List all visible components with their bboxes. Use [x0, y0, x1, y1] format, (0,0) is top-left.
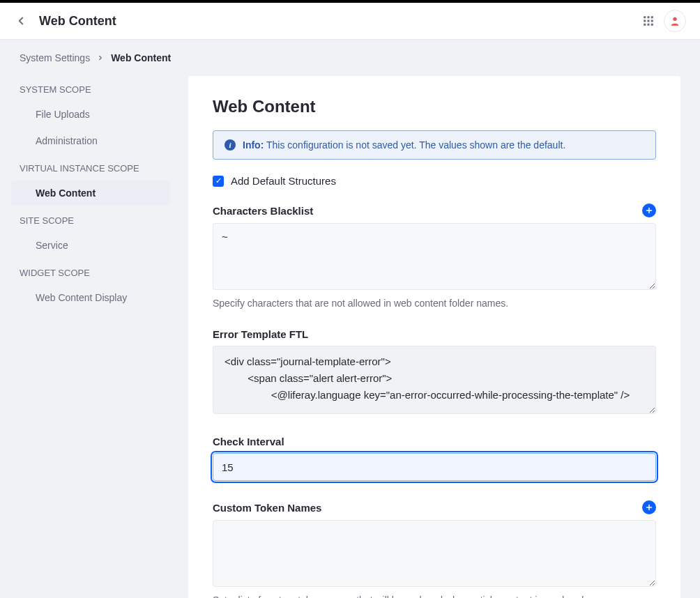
settings-panel: Web Content i Info: This configuration i… [188, 76, 680, 598]
sidebar-item-web-content[interactable]: Web Content [11, 181, 170, 206]
checkmark-icon: ✓ [215, 177, 222, 185]
svg-rect-3 [644, 20, 646, 22]
scope-header-widget: WIDGET SCOPE [7, 259, 174, 284]
characters-blacklist-input[interactable] [213, 223, 656, 290]
custom-token-names-input[interactable] [213, 520, 656, 587]
characters-blacklist-block: Characters Blacklist Specify characters … [213, 204, 656, 309]
add-default-structures-label: Add Default Structures [231, 175, 336, 187]
svg-rect-2 [651, 16, 653, 18]
sidebar-item-web-content-display[interactable]: Web Content Display [11, 285, 170, 310]
characters-blacklist-label: Characters Blacklist [213, 205, 313, 217]
svg-rect-1 [648, 16, 650, 18]
add-characters-blacklist-button[interactable] [642, 204, 656, 217]
apps-grid-icon[interactable] [640, 13, 657, 29]
custom-token-names-block: Custom Token Names Set a list of custom … [213, 500, 656, 598]
svg-rect-4 [648, 20, 650, 22]
user-avatar-icon[interactable] [664, 10, 686, 32]
info-icon: i [225, 139, 236, 151]
error-template-ftl-label: Error Template FTL [213, 328, 308, 340]
sidebar-item-service[interactable]: Service [11, 233, 170, 258]
breadcrumb-parent[interactable]: System Settings [20, 52, 90, 63]
scope-header-system: SYSTEM SCOPE [7, 76, 174, 100]
sidebar-item-file-uploads[interactable]: File Uploads [11, 102, 170, 127]
svg-rect-7 [648, 24, 650, 26]
scope-header-virtual-instance: VIRTUAL INSTANCE SCOPE [7, 155, 174, 179]
page-header: Web Content [0, 3, 700, 40]
sidebar: SYSTEM SCOPE File Uploads Administration… [7, 76, 174, 598]
check-interval-label: Check Interval [213, 436, 284, 447]
svg-rect-5 [651, 20, 653, 22]
breadcrumb-current: Web Content [111, 52, 171, 63]
custom-token-names-label: Custom Token Names [213, 502, 321, 514]
add-default-structures-row: ✓ Add Default Structures [213, 175, 656, 187]
scope-header-site: SITE SCOPE [7, 207, 174, 231]
info-label: Info: [243, 139, 264, 151]
characters-blacklist-help: Specify characters that are not allowed … [213, 298, 656, 309]
add-default-structures-checkbox[interactable]: ✓ [213, 176, 224, 187]
info-text: This configuration is not saved yet. The… [266, 139, 565, 151]
error-template-ftl-block: Error Template FTL [213, 328, 656, 416]
header-right [640, 10, 686, 32]
back-arrow-icon[interactable] [14, 14, 28, 28]
check-interval-block: Check Interval [213, 436, 656, 481]
error-template-ftl-input[interactable] [213, 346, 656, 414]
page-title: Web Content [39, 14, 116, 29]
check-interval-input[interactable] [213, 453, 656, 481]
svg-rect-8 [651, 24, 653, 26]
svg-rect-6 [644, 24, 646, 26]
add-custom-token-names-button[interactable] [642, 500, 656, 514]
sidebar-item-administration[interactable]: Administration [11, 128, 170, 153]
chevron-right-icon [97, 52, 104, 63]
custom-token-names-help: Set a list of custom token names that wi… [213, 595, 656, 598]
breadcrumb: System Settings Web Content [0, 40, 700, 76]
info-alert: i Info: This configuration is not saved … [213, 130, 656, 160]
panel-title: Web Content [213, 97, 656, 116]
svg-rect-0 [644, 16, 646, 18]
svg-point-9 [673, 17, 676, 21]
header-left: Web Content [14, 14, 116, 29]
